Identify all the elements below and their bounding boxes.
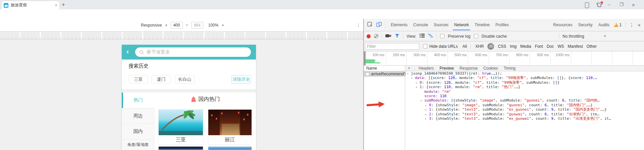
filter-type-xhr[interactable]: XHR (475, 44, 484, 49)
filter-type-manifest[interactable]: Manifest (568, 44, 583, 49)
devtools-tab-sources[interactable]: Sources (433, 20, 449, 30)
devtools-tab-profiles[interactable]: Profiles (495, 20, 509, 30)
name-column-header[interactable]: Name (366, 66, 377, 71)
hide-data-urls-checkbox[interactable] (423, 44, 427, 48)
clear-history-button[interactable]: 清除历史 (231, 75, 251, 84)
destination-card-partial[interactable] (208, 146, 252, 150)
mobile-search-input[interactable]: 春节省更多 (135, 47, 251, 57)
devtools-tab-security[interactable]: Security (578, 20, 593, 30)
inspect-element-icon[interactable] (367, 22, 373, 28)
detail-tab-preview[interactable]: Preview (439, 65, 454, 71)
throttling-select[interactable]: No throttling (562, 34, 584, 39)
devtools-tab-timeline[interactable]: Timeline (474, 20, 490, 30)
filter-type-css[interactable]: CSS (498, 44, 506, 49)
maximize-button[interactable]: ❐ (620, 2, 624, 7)
tab-domestic[interactable]: 国内 (122, 124, 155, 140)
preview-tree-line[interactable]: ▾data: [{score: 120, module: "cf", title… (406, 76, 644, 80)
filter-type-js[interactable]: JS (487, 43, 494, 50)
browser-tab-active[interactable]: 旅游度假 × (1, 1, 60, 9)
tree-expanded-icon[interactable]: ▾ (416, 85, 420, 89)
record-network-log-icon[interactable] (367, 34, 371, 38)
destination-card[interactable]: 三亚 (158, 109, 203, 145)
minimize-button[interactable]: – (608, 2, 610, 7)
request-name[interactable]: arriveRecommend?dep=%E6%… (371, 72, 407, 76)
clear-network-log-icon[interactable] (374, 34, 378, 38)
network-overview[interactable]: 100 ms200 ms300 ms400 ms500 ms600 ms700 … (364, 51, 644, 66)
tab-close-icon[interactable]: × (55, 3, 57, 8)
destination-card[interactable]: 丽江 (208, 109, 252, 145)
device-zoom-select[interactable]: 100% (208, 23, 219, 28)
filter-type-font[interactable]: Font (535, 44, 543, 49)
close-detail-icon[interactable]: × (408, 66, 410, 71)
device-toolbar-more-icon[interactable]: ⋮ (356, 23, 361, 28)
history-item-button[interactable]: 三亚 (129, 75, 148, 84)
history-item-button[interactable]: 厦门 (152, 75, 171, 84)
tree-collapsed-icon[interactable]: ▸ (425, 117, 429, 121)
detail-tab-cookies[interactable]: Cookies (483, 65, 498, 71)
request-row-selected[interactable]: arriveRecommend?dep=%E6%… (364, 71, 407, 77)
filter-type-img[interactable]: Img (510, 44, 517, 49)
preserve-log-checkbox[interactable] (440, 34, 444, 38)
detail-tab-response[interactable]: Response (460, 65, 478, 71)
preview-tree-line[interactable]: ▸0: {score: 120, module: "cf", title: "9… (406, 80, 644, 85)
new-tab-button[interactable]: + (62, 1, 65, 8)
use-large-rows-icon[interactable] (420, 34, 425, 39)
device-width-input[interactable]: 400 (171, 22, 183, 29)
show-overview-waterfall-icon[interactable] (428, 34, 433, 39)
preview-tree-line[interactable]: ▾subModules: [{showStyle: "image", subMo… (406, 98, 644, 103)
preview-tree-line[interactable]: ▸3: {showStyle: "text3", subModule: "ex_… (406, 116, 644, 121)
preview-tree-line[interactable]: ▸2: {showStyle: "text3", subModule: "guo… (406, 112, 644, 116)
detail-tab-timing[interactable]: Timing (503, 65, 516, 71)
preview-tree-line[interactable]: module: "rm" (406, 89, 644, 94)
device-height-input[interactable]: 864 (191, 22, 203, 29)
history-item-button[interactable]: 长白山 (175, 75, 195, 84)
preview-tree-line[interactable]: ▾1: {score: 110, module: "rm", title: "热… (406, 85, 644, 89)
tab-hot[interactable]: 热门 (122, 92, 155, 108)
devtools-menu-icon[interactable]: ⋮ (629, 22, 634, 28)
devtools-tab-elements[interactable]: Elements (390, 20, 408, 30)
disable-cache-label[interactable]: Disable cache (482, 34, 507, 39)
theme-skin-icon[interactable] (596, 2, 602, 8)
tab-nearby[interactable]: 周边 (122, 108, 155, 124)
filter-funnel-icon[interactable] (395, 34, 399, 39)
toggle-device-toolbar-icon[interactable] (376, 22, 382, 28)
hide-data-urls-label[interactable]: Hide data URLs (429, 44, 458, 49)
device-mode-dropdown-icon[interactable]: ▼ (165, 24, 168, 27)
tab-visa-free[interactable]: 免签/落地签 (122, 140, 155, 150)
mobile-connect-icon[interactable] (585, 2, 589, 8)
back-chevron-icon[interactable]: ‹ (126, 47, 129, 56)
filter-type-media[interactable]: Media (520, 44, 531, 49)
tree-collapsed-icon[interactable]: ▸ (416, 81, 420, 85)
tree-expanded-icon[interactable]: ▾ (407, 72, 411, 76)
devtools-tab-resources[interactable]: Resources (553, 20, 573, 30)
filter-type-all[interactable]: All (463, 44, 467, 49)
devtools-tab-console[interactable]: Console (413, 20, 428, 30)
window-close-button[interactable]: × (632, 2, 635, 8)
request-table-header[interactable]: Name (364, 66, 405, 71)
devtools-tab-network[interactable]: Network (454, 20, 469, 30)
devtools-tab-audits[interactable]: Audits (598, 20, 610, 30)
console-warning-badge[interactable]: 1 (614, 23, 622, 27)
filter-type-doc[interactable]: Doc (547, 44, 554, 49)
preview-tree-line[interactable]: ▾jsonp_1484647096590_50337({ret: true,…}… (406, 71, 644, 76)
destination-card-partial[interactable] (158, 146, 203, 150)
disable-cache-checkbox[interactable] (474, 34, 478, 38)
devtools-close-icon[interactable]: × (638, 22, 641, 28)
detail-tab-headers[interactable]: Headers (419, 65, 434, 71)
device-mode-select[interactable]: Responsive (141, 23, 162, 28)
preview-tree-line[interactable]: ▸0: {showStyle: "image", subModule: "guo… (406, 103, 644, 107)
capture-screenshots-icon[interactable] (385, 34, 391, 39)
throttling-dropdown-icon[interactable]: ▼ (604, 35, 606, 38)
filter-type-ws[interactable]: WS (557, 44, 564, 49)
tree-expanded-icon[interactable]: ▾ (411, 76, 415, 80)
zoom-dropdown-icon[interactable]: ▼ (221, 24, 224, 27)
filter-type-other[interactable]: Other (587, 44, 597, 49)
tree-expanded-icon[interactable]: ▾ (420, 99, 424, 103)
tree-collapsed-icon[interactable]: ▸ (425, 108, 429, 112)
tree-collapsed-icon[interactable]: ▸ (425, 103, 429, 108)
tree-collapsed-icon[interactable]: ▸ (425, 112, 429, 117)
preview-tree-line[interactable]: score: 110 (406, 94, 644, 98)
preserve-log-label[interactable]: Preserve log (448, 34, 470, 39)
preview-tree[interactable]: ▾jsonp_1484647096590_50337({ret: true,…}… (406, 71, 644, 150)
preview-tree-line[interactable]: ▸1: {showStyle: "text3", subModule: "ex_… (406, 107, 644, 112)
